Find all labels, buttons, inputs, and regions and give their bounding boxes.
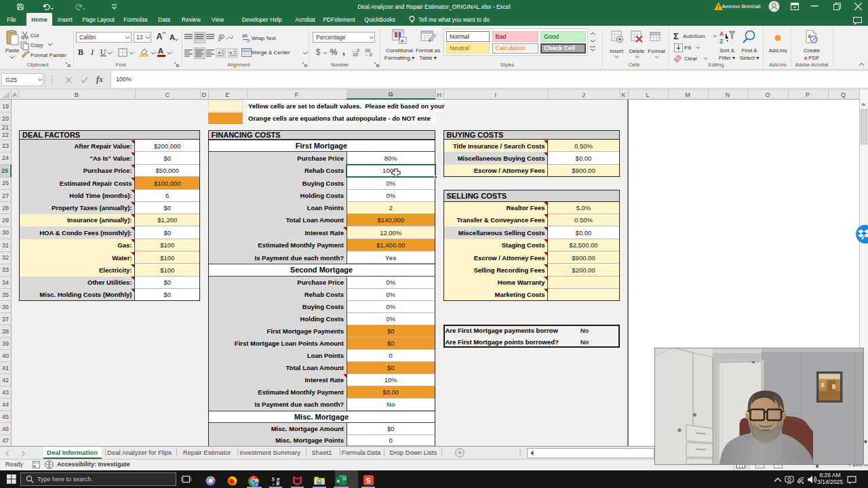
- svg-text:S: S: [366, 476, 371, 485]
- svg-text:x: x: [337, 477, 340, 483]
- svg-text:A: A: [808, 33, 812, 39]
- svg-text:ab: ab: [242, 33, 248, 38]
- svg-text:≠: ≠: [401, 38, 404, 44]
- svg-text:A: A: [719, 30, 724, 37]
- svg-text:R: R: [275, 481, 280, 486]
- svg-text:ab: ab: [218, 33, 226, 42]
- svg-text:Z: Z: [719, 38, 724, 45]
- svg-text:.00: .00: [352, 52, 358, 56]
- svg-text:£: £: [272, 482, 275, 485]
- svg-text:S: S: [272, 476, 275, 482]
- svg-text:→.0: →.0: [364, 52, 372, 56]
